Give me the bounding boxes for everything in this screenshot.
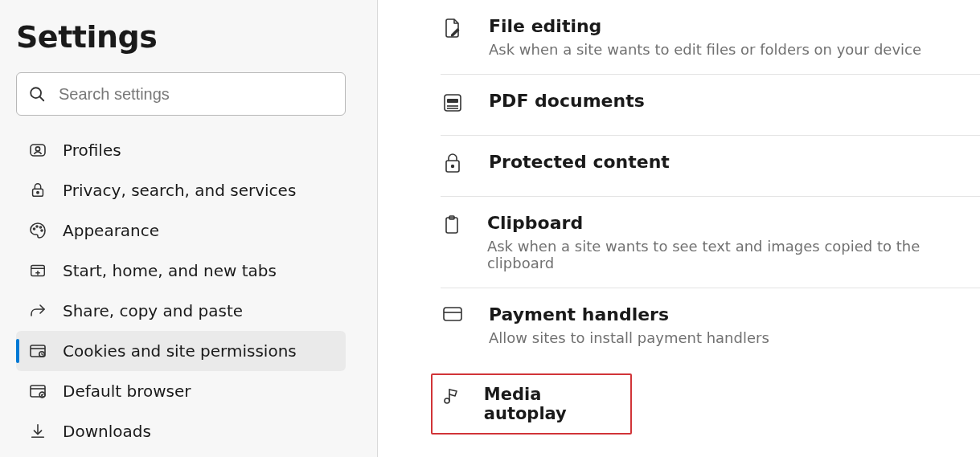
profiles-icon (27, 141, 48, 160)
permission-text: Payment handlers Allow sites to install … (489, 304, 769, 346)
sidebar-item-label: Start, home, and new tabs (63, 261, 277, 280)
sidebar-item-downloads[interactable]: Downloads (16, 411, 346, 451)
sidebar-item-label: Cookies and site permissions (63, 341, 297, 361)
permission-title: Payment handlers (489, 304, 769, 324)
svg-text:PDF: PDF (449, 99, 457, 103)
svg-point-6 (34, 228, 35, 230)
cookies-icon (27, 341, 48, 361)
search-input[interactable] (59, 85, 334, 104)
file-edit-icon (441, 18, 465, 39)
share-icon (27, 301, 48, 320)
svg-point-9 (41, 230, 43, 231)
protected-icon (441, 153, 465, 174)
search-icon (28, 85, 46, 103)
svg-point-33 (445, 398, 449, 403)
svg-point-3 (35, 147, 39, 151)
permission-protected-content[interactable]: Protected content (441, 135, 980, 196)
payment-icon (441, 306, 465, 322)
sidebar-item-share[interactable]: Share, copy and paste (16, 291, 346, 331)
sidebar-nav: Profiles Privacy, search, and services A… (16, 130, 361, 451)
permission-desc: Ask when a site wants to edit files or f… (489, 41, 921, 58)
permission-title: PDF documents (489, 91, 645, 111)
permission-title: Media autoplay (484, 385, 609, 423)
lock-icon (27, 182, 48, 199)
permission-text: File editing Ask when a site wants to ed… (489, 16, 921, 58)
permission-media-autoplay[interactable]: Media autoplay (431, 373, 632, 435)
page-title: Settings (16, 19, 361, 55)
permission-desc: Ask when a site wants to see text and im… (487, 238, 956, 271)
sidebar-item-default-browser[interactable]: Default browser (16, 371, 346, 411)
svg-rect-29 (446, 218, 457, 233)
permission-title: Clipboard (487, 213, 956, 233)
sidebar-item-label: Profiles (63, 141, 121, 160)
sidebar-item-appearance[interactable]: Appearance (16, 210, 346, 251)
download-icon (27, 422, 48, 440)
browser-icon (27, 382, 48, 401)
svg-point-7 (36, 226, 38, 227)
appearance-icon (27, 221, 48, 240)
sidebar-item-cookies[interactable]: Cookies and site permissions (16, 331, 346, 371)
sidebar-item-label: Appearance (63, 221, 159, 240)
permission-payment-handlers[interactable]: Payment handlers Allow sites to install … (441, 288, 980, 362)
permission-pdf[interactable]: PDF PDF documents (441, 74, 980, 135)
sidebar-item-start-home[interactable]: Start, home, and new tabs (16, 251, 346, 291)
permission-file-editing[interactable]: File editing Ask when a site wants to ed… (441, 0, 980, 74)
permission-title: File editing (489, 16, 921, 36)
svg-rect-31 (444, 308, 461, 320)
sidebar-item-label: Share, copy and paste (63, 301, 243, 320)
svg-point-8 (40, 226, 42, 228)
permission-text: Protected content (489, 152, 670, 172)
sidebar-item-privacy[interactable]: Privacy, search, and services (16, 170, 346, 210)
newtab-icon (27, 262, 48, 280)
svg-point-5 (37, 192, 39, 194)
settings-app: Settings Profiles Privacy, search, and s… (0, 0, 980, 457)
permissions-panel: File editing Ask when a site wants to ed… (378, 0, 980, 457)
pdf-icon: PDF (441, 92, 465, 113)
permission-text: PDF documents (489, 91, 645, 111)
sidebar-item-label: Default browser (63, 382, 191, 401)
search-box[interactable] (16, 72, 346, 116)
settings-sidebar: Settings Profiles Privacy, search, and s… (0, 0, 378, 457)
sidebar-item-label: Privacy, search, and services (63, 181, 296, 200)
permission-clipboard[interactable]: Clipboard Ask when a site wants to see t… (441, 196, 980, 288)
sidebar-item-label: Downloads (63, 422, 151, 441)
sidebar-item-profiles[interactable]: Profiles (16, 130, 346, 170)
svg-line-1 (40, 97, 44, 101)
clipboard-icon (441, 214, 463, 235)
permission-desc: Allow sites to install payment handlers (489, 329, 769, 346)
permission-text: Media autoplay (484, 385, 609, 423)
permission-title: Protected content (489, 152, 670, 172)
svg-point-28 (452, 165, 454, 168)
media-icon (441, 386, 461, 406)
permissions-list: File editing Ask when a site wants to ed… (441, 0, 980, 435)
permission-text: Clipboard Ask when a site wants to see t… (487, 213, 956, 271)
